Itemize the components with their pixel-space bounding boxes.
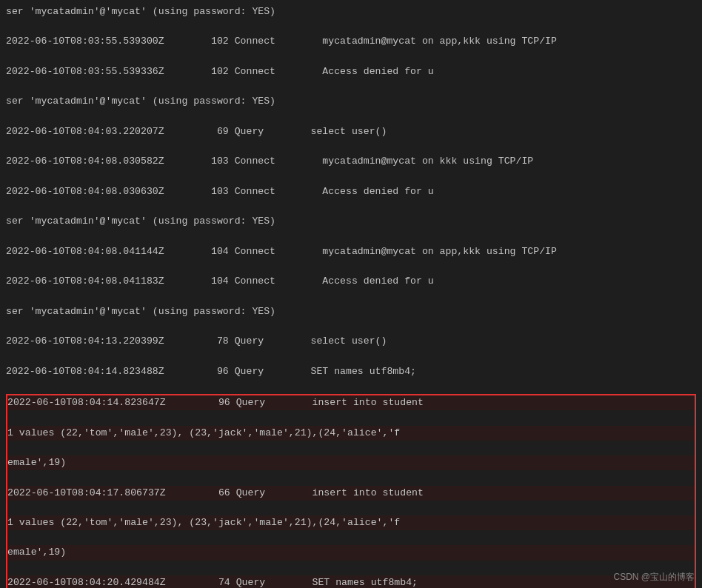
log-line: 1 values (22,'tom','male',23), (23,'jack… — [7, 515, 695, 530]
log-line: 2022-06-10T08:04:08.030582Z 103 Connect … — [6, 154, 696, 169]
log-line: ser 'mycatadmin'@'mycat' (using password… — [6, 4, 696, 19]
log-line: ser 'mycatadmin'@'mycat' (using password… — [6, 94, 696, 109]
log-line: ser 'mycatadmin'@'mycat' (using password… — [6, 304, 696, 319]
log-line: 2022-06-10T08:04:20.429484Z 74 Query SET… — [7, 575, 695, 588]
log-line: 2022-06-10T08:03:55.539336Z 102 Connect … — [6, 64, 696, 79]
watermark: CSDN @宝山的博客 — [613, 571, 695, 584]
terminal-window: ser 'mycatadmin'@'mycat' (using password… — [0, 0, 702, 588]
highlighted-block: 2022-06-10T08:04:14.823647Z 96 Query ins… — [6, 394, 696, 588]
log-line: 2022-06-10T08:04:13.220399Z 78 Query sel… — [6, 334, 696, 349]
log-line: 2022-06-10T08:03:55.539300Z 102 Connect … — [6, 34, 696, 49]
log-line: emale',19) — [7, 455, 695, 470]
log-line: 2022-06-10T08:04:03.220207Z 69 Query sel… — [6, 124, 696, 139]
log-line: 2022-06-10T08:04:08.041183Z 104 Connect … — [6, 274, 696, 289]
log-output: ser 'mycatadmin'@'mycat' (using password… — [6, 4, 696, 588]
log-line: 2022-06-10T08:04:14.823647Z 96 Query ins… — [7, 395, 695, 410]
log-line: 1 values (22,'tom','male',23), (23,'jack… — [7, 426, 695, 441]
log-line: ser 'mycatadmin'@'mycat' (using password… — [6, 214, 696, 229]
log-line: 2022-06-10T08:04:08.030630Z 103 Connect … — [6, 184, 696, 199]
log-line: 2022-06-10T08:04:14.823488Z 96 Query SET… — [6, 364, 696, 379]
log-line: emale',19) — [7, 545, 695, 560]
log-line: 2022-06-10T08:04:08.041144Z 104 Connect … — [6, 244, 696, 259]
log-line: 2022-06-10T08:04:17.806737Z 66 Query ins… — [7, 486, 695, 501]
